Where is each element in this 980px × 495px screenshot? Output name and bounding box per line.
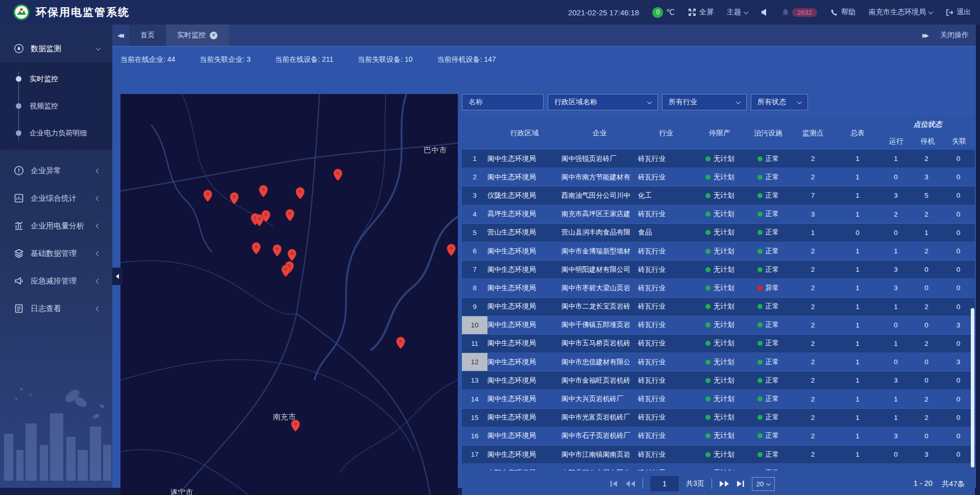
theme-dropdown[interactable]: 主题 (727, 8, 748, 17)
notifications[interactable]: 2632 (782, 8, 817, 17)
temperature-badge: 0 (652, 7, 663, 18)
table-row[interactable]: 15阆中生态环境局阆中市光富页岩机砖厂砖瓦行业无计划正常21120 (462, 409, 975, 427)
first-page-icon[interactable] (610, 480, 618, 487)
table-row[interactable]: 5营山生态环境局营山县润丰肉食品有限食品无计划正常10010 (462, 224, 975, 242)
org-dropdown[interactable]: 南充市生态环境局 (869, 8, 933, 17)
next-page-icon[interactable] (719, 480, 729, 487)
alert-icon (14, 166, 24, 176)
table-row[interactable]: 16阆中生态环境局阆中市石子页岩机砖厂砖瓦行业无计划正常21300 (462, 427, 975, 445)
sidebar-menu: 数据监测实时监控视频监控企业电力负荷明细企业异常企业综合统计企业用电量分析基础数… (0, 35, 112, 322)
sidebar-subitem-1[interactable]: 视频监控 (0, 92, 112, 120)
industry-filter-value: 所有行业 (669, 98, 697, 107)
sidebar-item-enterprise-stats[interactable]: 企业综合统计 (0, 184, 112, 212)
status-filter-select[interactable]: 所有状态 (751, 94, 808, 110)
stat-item-1: 当前失联企业: 3 (200, 55, 251, 64)
industry-filter-select[interactable]: 所有行业 (662, 94, 747, 110)
sidebar-item-enterprise-abnormal[interactable]: 企业异常 (0, 157, 112, 184)
page-number-input[interactable]: 1 (650, 476, 679, 491)
close-icon[interactable]: × (210, 32, 217, 39)
sidebar-item-base-data[interactable]: 基础数据管理 (0, 240, 112, 267)
cell-region: 阆中生态环境局 (487, 168, 561, 186)
table-row[interactable]: 13阆中生态环境局阆中市金福旺页岩机砖砖瓦行业无计划正常21300 (462, 371, 975, 390)
tabs-scroll-right-icon[interactable]: ▶▶ (922, 32, 927, 39)
sidebar-item-emergency[interactable]: 应急减排管理 (0, 267, 112, 295)
table-row[interactable]: 1阆中生态环境局阆中强锐页岩砖厂砖瓦行业无计划正常21120 (462, 150, 975, 168)
map-pin-icon[interactable] (281, 264, 290, 280)
table-row[interactable]: 10阆中生态环境局阆中千佛镇五郎垭页岩砖瓦行业无计划正常21003 (462, 316, 975, 335)
table-row[interactable]: 2阆中生态环境局阆中市南方节能建材有砖瓦行业无计划正常21030 (462, 168, 975, 186)
cell-run: 3 (880, 279, 911, 297)
cell-facility-status: 正常 (745, 150, 791, 168)
map-pin-icon[interactable] (252, 242, 261, 257)
map-pin-icon[interactable] (258, 184, 268, 200)
table-row[interactable]: 14阆中生态环境局阆中大兴页岩机砖厂砖瓦行业无计划正常21120 (462, 390, 975, 408)
map-pin-icon[interactable] (295, 186, 305, 202)
cell-limit-status: 无计划 (694, 150, 745, 168)
table-row[interactable]: 17阆中生态环境局阆中市江南镇阆南页岩砖瓦行业无计划正常21030 (462, 445, 975, 464)
table-row[interactable]: 7阆中生态环境局阆中明阳建材有限公司砖瓦行业无计划正常21300 (462, 261, 975, 279)
sidebar-item-log-view[interactable]: 日志查看 (0, 295, 112, 322)
page-size-select[interactable]: 20 (752, 477, 775, 491)
col-industry: 行业 (638, 116, 694, 150)
last-page-icon[interactable] (737, 480, 745, 487)
temperature-unit: ℃ (666, 8, 675, 17)
sidebar-item-data-monitor[interactable]: 数据监测 (0, 35, 112, 62)
table-row[interactable]: 6阆中生态环境局阆中市金博瑞新型墙材砖瓦行业无计划正常21120 (462, 242, 975, 261)
map-pin-icon[interactable] (285, 208, 295, 224)
map-pin-icon[interactable] (272, 244, 282, 260)
tabs-scroll-left-icon[interactable]: ◀◀ (117, 32, 122, 39)
table-row[interactable]: 12阆中生态环境局阆中市忠信建材有限公砖瓦行业无计划正常21003 (462, 353, 975, 371)
table-row[interactable]: 4高坪生态环境局南充市高坪区王家店建砖瓦行业无计划正常31220 (462, 205, 975, 224)
map-pin-icon[interactable] (396, 336, 405, 352)
cell-meters: 1 (835, 298, 880, 316)
col-point-status-group: 点位状态 运行 停机 失联 (880, 116, 975, 150)
logout-button[interactable]: 退出 (946, 8, 971, 17)
log-icon (14, 303, 24, 314)
prev-page-icon[interactable] (625, 480, 635, 487)
sidebar-item-label: 企业用电量分析 (31, 221, 84, 231)
cell-run: 0 (880, 445, 911, 463)
map-pin-icon[interactable] (447, 243, 456, 259)
table-row[interactable]: 18南部生态环境局南部县砌化水泥有限公建材加工无计划正常60060 (462, 464, 975, 470)
cell-facility-status: 正常 (745, 186, 791, 204)
cell-lost: 0 (942, 427, 975, 445)
sidebar-item-label: 应急减排管理 (31, 276, 77, 286)
table-row[interactable]: 9阆中生态环境局阆中市二龙长宝页岩砖砖瓦行业无计划正常21120 (462, 298, 975, 316)
map-panel[interactable]: 巴中市南充市遂宁市 (120, 94, 458, 495)
cell-points: 2 (791, 371, 835, 389)
cell-limit-status: 无计划 (694, 205, 745, 223)
tab-home[interactable]: 首页 (129, 25, 166, 46)
table-row[interactable]: 8阆中生态环境局阆中市枣碧大梁山页岩砖瓦行业无计划异常21300 (462, 279, 975, 297)
sidebar-subitem-2[interactable]: 企业电力负荷明细 (0, 120, 112, 147)
tab-realtime-monitor[interactable]: 实时监控 × (166, 25, 229, 46)
chevron-down-icon (744, 9, 749, 14)
map-pin-icon[interactable] (333, 168, 343, 184)
map-collapse-handle[interactable] (112, 268, 122, 285)
close-operations-button[interactable]: 关闭操作 (940, 31, 969, 40)
cell-points: 7 (791, 186, 835, 204)
table-scrollbar[interactable] (971, 308, 974, 467)
cell-stop: 0 (911, 427, 942, 445)
sidebar-item-power-analysis[interactable]: 企业用电量分析 (0, 212, 112, 240)
map-pin-icon[interactable] (230, 192, 239, 207)
fullscreen-button[interactable]: 全屏 (688, 8, 714, 17)
cell-lost: 0 (942, 261, 975, 278)
status-dot-icon (757, 341, 763, 346)
map-pin-icon[interactable] (203, 189, 213, 205)
status-dot-icon (705, 267, 710, 272)
map-pin-icon[interactable] (261, 209, 271, 225)
cell-lost: 0 (942, 242, 975, 260)
table-row[interactable]: 11阆中生态环境局阆中市五马桥页岩机砖砖瓦行业无计划正常21120 (462, 335, 975, 353)
mute-speaker-icon[interactable] (761, 9, 769, 16)
region-filter-select[interactable]: 行政区域名称 (548, 94, 658, 110)
status-dot-icon (757, 267, 763, 272)
cell-limit-status: 无计划 (694, 409, 745, 427)
table-row[interactable]: 3仪陇生态环境局西南油气田分公司川中化工无计划正常71350 (462, 186, 975, 205)
name-filter-input[interactable]: 名称 (462, 94, 544, 110)
map-pin-icon[interactable] (291, 419, 301, 435)
help-button[interactable]: 帮助 (830, 8, 855, 17)
cell-facility-status: 正常 (745, 261, 791, 278)
cell-stop: 3 (911, 168, 942, 186)
cell-points: 2 (791, 261, 835, 278)
sidebar-subitem-0[interactable]: 实时监控 (0, 65, 112, 92)
